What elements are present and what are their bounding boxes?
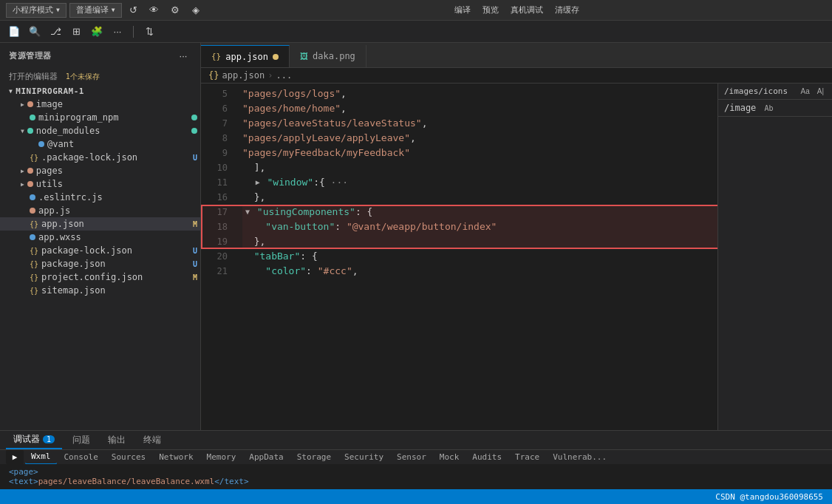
code-line-11: ▶ "window":{ ··· (242, 175, 717, 190)
preview-eye-button[interactable]: 👁 (146, 3, 163, 18)
fold-arrow-17[interactable]: ▼ (245, 205, 250, 219)
badge-u-pkglock: U (193, 247, 197, 255)
right-panel-item-1[interactable]: /image Ab (718, 100, 832, 117)
file-dot-appwxss (30, 234, 35, 240)
debug-tab-mock[interactable]: Mock (434, 450, 466, 464)
debug-tab-sources[interactable]: Sources (106, 450, 151, 464)
tree-item-appjs[interactable]: app.js (0, 204, 200, 217)
tree-item-package-lock2[interactable]: {} package-lock.json U (0, 244, 200, 257)
debug-tab-console[interactable]: Console (58, 450, 104, 464)
mode-dropdown-arrow: ▼ (56, 7, 60, 13)
bottom-tab-issues[interactable]: 问题 (65, 432, 98, 449)
fold-arrow-11[interactable]: ▶ (256, 175, 260, 190)
tree-item-sitemap[interactable]: {} sitemap.json (0, 284, 200, 297)
new-file-btn[interactable]: 📄 (6, 24, 22, 40)
tree-item-package-lock[interactable]: {} .package-lock.json U (0, 151, 200, 164)
tree-arrow-image: ▶ (21, 101, 24, 108)
tree-item-miniprogram-npm[interactable]: miniprogram_npm (0, 111, 200, 124)
editor-with-panel: 5 6 7 8 9 10 11 16 17 18 19 20 21 (201, 84, 832, 430)
code-line-6: "pages/home/home", (242, 101, 717, 116)
code-line-19: }, (242, 234, 717, 249)
file-dot-appjs (30, 208, 35, 214)
json-icon-project: {} (30, 273, 38, 282)
rp-aa-btn[interactable]: Aa (798, 86, 811, 96)
file-tree: ▶ image miniprogram_npm ▼ node_modules (0, 98, 200, 430)
tree-item-image[interactable]: ▶ image (0, 98, 200, 111)
preview-text-btn[interactable]: 预览 (483, 4, 499, 16)
bottom-text-tag-close: </text> (214, 477, 248, 486)
compile-text-btn[interactable]: 编译 (454, 4, 471, 16)
folder-dot-utils (27, 181, 33, 187)
debug-tab-memory[interactable]: Memory (201, 450, 242, 464)
tree-item-pages[interactable]: ▶ pages (0, 164, 200, 177)
compile-dropdown-arrow: ▼ (112, 7, 115, 13)
tree-item-node-modules[interactable]: ▼ node_modules (0, 124, 200, 137)
code-line-20: "tabBar": { (242, 249, 717, 264)
code-line-17: ▼ "usingComponents": { (242, 205, 717, 219)
folder-dot-modules (27, 128, 33, 134)
project-label[interactable]: ▼ MINIPROGRAM-1 (0, 85, 200, 98)
open-editors-label[interactable]: 打开的编辑器 1个未保存 (0, 68, 200, 85)
source-control-btn[interactable]: ⎇ (47, 24, 64, 40)
code-editor[interactable]: 5 6 7 8 9 10 11 16 17 18 19 20 21 (201, 84, 717, 430)
puzzle-btn[interactable]: 🧩 (89, 24, 105, 40)
layers-button[interactable]: ◈ (187, 3, 205, 18)
bottom-tab-terminal[interactable]: 终端 (136, 432, 168, 449)
debug-tab-security[interactable]: Security (338, 450, 389, 464)
refresh-button[interactable]: ↺ (125, 3, 143, 18)
debug-tab-appdata[interactable]: AppData (243, 450, 289, 464)
debug-tabs: ▶ Wxml Console Sources Network Memory Ap… (0, 450, 832, 464)
status-bar-text: CSDN @tangdou360098655 (715, 492, 823, 502)
tree-item-appwxss[interactable]: app.wxss (0, 231, 200, 244)
device-debug-btn[interactable]: 真机调试 (511, 4, 543, 16)
breadcrumb-sep: › (267, 70, 273, 81)
right-panel-label1: /images/icons (724, 86, 788, 96)
debug-run-btn[interactable]: ▶ (6, 450, 24, 464)
clear-cache-btn[interactable]: 清缓存 (555, 4, 579, 16)
sidebar: 资源管理器 ··· 打开的编辑器 1个未保存 ▼ MINIPROGRAM-1 ▶… (0, 43, 201, 430)
breadcrumb-text: {} (208, 70, 219, 81)
right-panel-icons: Aa A| (798, 86, 826, 96)
tree-item-vant[interactable]: @vant (0, 137, 200, 151)
debug-tab-sensor[interactable]: Sensor (391, 450, 432, 464)
png-file-tab-icon: 🖼 (300, 52, 308, 61)
compile-dropdown[interactable]: 普通编译 ▼ (69, 3, 122, 18)
search-btn[interactable]: 🔍 (27, 24, 43, 40)
mode-dropdown[interactable]: 小程序模式 ▼ (6, 3, 67, 18)
bottom-text-content: pages/leaveBalance/leaveBalance.wxml (38, 477, 214, 486)
settings-button[interactable]: ⚙ (166, 3, 184, 18)
tab-app-json[interactable]: {} app.json (201, 45, 290, 67)
tree-item-eslintrc[interactable]: .eslintrc.js (0, 191, 200, 204)
json-icon-pkg: {} (30, 260, 38, 268)
tab-daka-png[interactable]: 🖼 daka.png (290, 45, 366, 67)
code-line-16: }, (242, 190, 717, 205)
bottom-tab-output[interactable]: 输出 (100, 432, 133, 449)
bottom-tab-debugger[interactable]: 调试器 1 (6, 431, 62, 449)
project-arrow: ▼ (9, 88, 13, 95)
json-icon-appjson: {} (30, 220, 38, 228)
bottom-content: <page> <text>pages/leaveBalance/leaveBal… (0, 464, 832, 489)
main-area: 资源管理器 ··· 打开的编辑器 1个未保存 ▼ MINIPROGRAM-1 ▶… (0, 43, 832, 430)
debug-tab-audits[interactable]: Audits (466, 450, 508, 464)
line-numbers: 5 6 7 8 9 10 11 16 17 18 19 20 21 (201, 84, 233, 430)
tree-arrow-pages: ▶ (21, 168, 24, 174)
grid-btn[interactable]: ⊞ (68, 24, 84, 40)
debug-tab-vulnerab[interactable]: Vulnerab... (547, 450, 613, 464)
badge-m-appjson: M (193, 220, 197, 228)
debug-tab-wxml[interactable]: Wxml (25, 450, 57, 464)
breadcrumb-more: ... (276, 70, 292, 81)
badge-u-package-lock: U (193, 154, 197, 162)
more-btn[interactable]: ··· (109, 24, 126, 40)
sidebar-more-btn[interactable]: ··· (175, 47, 191, 64)
tab-app-json-label: app.json (225, 52, 268, 62)
split-btn[interactable]: ⇅ (141, 24, 157, 40)
code-line-10: ], (242, 160, 717, 175)
tree-item-utils[interactable]: ▶ utils (0, 177, 200, 191)
tree-item-appjson[interactable]: {} app.json M (0, 217, 200, 231)
debug-tab-storage[interactable]: Storage (291, 450, 337, 464)
tree-item-packagejson[interactable]: {} package.json U (0, 257, 200, 270)
tree-item-projectconfig[interactable]: {} project.config.json M (0, 270, 200, 284)
debug-tab-trace[interactable]: Trace (509, 450, 545, 464)
debug-tab-network[interactable]: Network (153, 450, 199, 464)
rp-ab-btn[interactable]: A| (815, 86, 826, 96)
